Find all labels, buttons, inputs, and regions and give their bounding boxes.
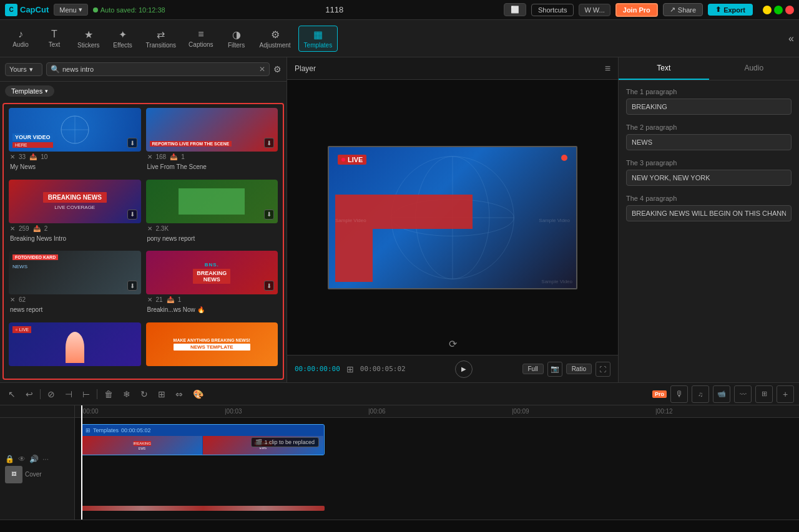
time-current: 00:00:00:00 — [295, 365, 340, 373]
delete-tool[interactable]: 🗑 — [101, 387, 116, 401]
screen-layout-button[interactable]: ⬜ — [504, 3, 526, 16]
more-icon[interactable]: ··· — [42, 455, 49, 463]
template-item-news-template[interactable]: MAKE ANYTHING BREAKING NEWS! NEWS TEMPLA… — [146, 322, 278, 375]
paragraph-4-section: The 4 paragraph — [626, 195, 792, 221]
lock-icon[interactable]: 🔒 — [5, 455, 14, 463]
tab-text[interactable]: Text — [619, 57, 709, 80]
timeline-side-panel: 🔒 👁 🔊 ··· 🖼 Cover — [0, 405, 75, 520]
join-pro-button[interactable]: Join Pro — [615, 3, 658, 17]
downloads-icon: 📥 — [29, 153, 37, 160]
app-name: CapCut — [20, 5, 49, 14]
close-button[interactable] — [785, 6, 794, 14]
toolbar: ♪ Audio T Text ★ Stickers ✦ Effects ⇄ Tr… — [0, 20, 799, 57]
watermark-right: Sample Video — [539, 218, 570, 223]
audio-wave-button[interactable]: 〰 — [734, 385, 752, 403]
ratio-button[interactable]: Ratio — [566, 364, 592, 374]
tool-effects[interactable]: ✦ Effects — [107, 26, 139, 51]
template-thumb-news-template: MAKE ANYTHING BREAKING NEWS! NEWS TEMPLA… — [146, 322, 278, 366]
template-item-breaking-news[interactable]: BREAKING NEWS LIVE COVERAGE ⬇ ✕ 259 📥 2 … — [9, 180, 141, 246]
tab-audio[interactable]: Audio — [709, 57, 800, 80]
tool-captions[interactable]: ≡ Captions — [184, 26, 218, 51]
search-input[interactable] — [62, 65, 257, 73]
topbar-right-actions: ⬜ Shortcuts W W... Join Pro ↗ Share ⬆ Ex… — [504, 3, 794, 17]
tick-9: |00:09 — [512, 408, 529, 415]
rotate-tool[interactable]: ↻ — [137, 387, 151, 401]
split-button[interactable]: ⊞ — [755, 385, 773, 403]
template-clip[interactable]: ⊞ Templates 00:00:05:02 IREAKING EWS — [81, 424, 325, 455]
right-panel: Text Audio The 1 paragraph The 2 paragra… — [618, 57, 799, 382]
paragraph-2-input[interactable] — [626, 134, 792, 150]
tool-text[interactable]: T Text — [39, 26, 70, 51]
template-meta-breaking: ✕ 259 📥 2 — [9, 223, 141, 234]
cover-thumbnail[interactable]: 🖼 — [5, 466, 22, 483]
effects-label: Effects — [113, 42, 132, 49]
category-dropdown[interactable]: Yours ▾ — [5, 63, 42, 76]
transitions-icon: ⇄ — [157, 29, 165, 41]
play-button[interactable]: ▶ — [455, 360, 473, 378]
search-clear-icon[interactable]: ✕ — [259, 65, 265, 74]
menu-button[interactable]: Menu ▾ — [54, 4, 88, 16]
audio-icon: ♪ — [18, 29, 23, 40]
crop-tool[interactable]: ⊞ — [155, 387, 169, 401]
full-button[interactable]: Full — [522, 364, 544, 374]
trim-in-tool[interactable]: ⊣ — [62, 387, 76, 401]
paragraph-4-input[interactable] — [626, 205, 792, 221]
tool-transitions[interactable]: ⇄ Transitions — [141, 26, 182, 51]
template-thumb-live: REPORTING LIVE FROM THE SCENE ⬇ — [146, 108, 278, 152]
export-button[interactable]: ⬆ Export — [708, 4, 753, 16]
tool-stickers[interactable]: ★ Stickers — [72, 26, 105, 51]
cursor-tool[interactable]: ↖ — [5, 387, 19, 401]
menu-chevron-icon: ▾ — [79, 6, 82, 14]
flip-h-tool[interactable]: ⇔ — [172, 387, 186, 401]
share-button[interactable]: ↗ Share — [663, 3, 703, 16]
maximize-button[interactable] — [774, 6, 783, 14]
trim-out-tool[interactable]: ⊢ — [79, 387, 93, 401]
template-item-my-news[interactable]: YOUR VIDEO HERE ⬇ ✕ 33 📥 10 My News — [9, 108, 141, 175]
paragraph-3-section: The 3 paragraph — [626, 159, 792, 186]
toolbar-collapse-button[interactable]: « — [788, 33, 794, 44]
player-menu-icon[interactable]: ≡ — [605, 63, 610, 74]
zoom-in-button[interactable]: + — [777, 385, 794, 403]
shortcuts-label: Shortcuts — [538, 6, 567, 14]
grid-view-icon[interactable]: ⊞ — [346, 364, 354, 374]
template-thumb-person: ●LIVE — [9, 322, 141, 366]
share-label: Share — [678, 6, 696, 14]
window-controls — [763, 6, 794, 14]
screenshot-button[interactable]: 📷 — [547, 362, 562, 377]
timeline-ruler: |00:00 |00:03 |00:06 |00:09 |00:12 — [75, 405, 799, 418]
template-item-pony[interactable]: ⬇ ✕ 2.3K pony news report — [146, 180, 278, 246]
tool-audio[interactable]: ♪ Audio — [5, 26, 36, 51]
audio-icon[interactable]: 🔊 — [29, 455, 39, 463]
shortcuts-button[interactable]: Shortcuts — [531, 4, 574, 16]
filter-button[interactable]: ⚙ — [273, 64, 282, 74]
paragraph-3-input[interactable] — [626, 170, 792, 186]
color-tool[interactable]: 🎨 — [190, 387, 207, 401]
tool-templates[interactable]: ▦ Templates — [298, 26, 338, 52]
player-spin-control[interactable]: ⟳ — [449, 338, 457, 350]
tick-0: |00:00 — [81, 408, 99, 415]
template-item-breaking-now[interactable]: BNS. BREAKINGNEWS ⬇ ✕ 21 📥 1 Breakin...w… — [146, 251, 278, 317]
visibility-icon[interactable]: 👁 — [18, 455, 26, 463]
playhead[interactable] — [81, 405, 82, 520]
captions-label: Captions — [189, 41, 213, 48]
video-button[interactable]: 📹 — [713, 385, 730, 403]
template-item-news-report[interactable]: FOTO/VIDEO KARD NEWS ⬇ ✕ 62 news report — [9, 251, 141, 317]
split-tool[interactable]: ⊘ — [44, 387, 58, 401]
undo-button[interactable]: ↩ — [22, 387, 36, 401]
timeline-tracks-area: |00:00 |00:03 |00:06 |00:09 |00:12 ⊞ Tem… — [75, 405, 799, 520]
paragraph-1-input[interactable] — [626, 99, 792, 115]
freeze-tool[interactable]: ❄ — [120, 387, 134, 401]
microphone-button[interactable]: 🎙 — [670, 385, 688, 403]
tab-templates[interactable]: Templates ▾ — [5, 85, 54, 97]
minimize-button[interactable] — [763, 6, 772, 14]
tool-adjustment[interactable]: ⚙ Adjustment — [255, 26, 296, 51]
search-box[interactable]: 🔍 ✕ — [46, 62, 270, 76]
template-item-person[interactable]: ●LIVE — [9, 322, 141, 375]
template-item-live-from-scene[interactable]: REPORTING LIVE FROM THE SCENE ⬇ ✕ 168 📥 … — [146, 108, 278, 175]
tool-filters[interactable]: ◑ Filters — [221, 26, 252, 51]
audio-extract-button[interactable]: ♫ — [692, 385, 709, 403]
app-logo: C CapCut — [5, 4, 49, 16]
tab-chevron-icon: ▾ — [45, 88, 48, 94]
expand-button[interactable]: ⛶ — [596, 362, 610, 377]
downloads-count: 10 — [41, 153, 47, 160]
